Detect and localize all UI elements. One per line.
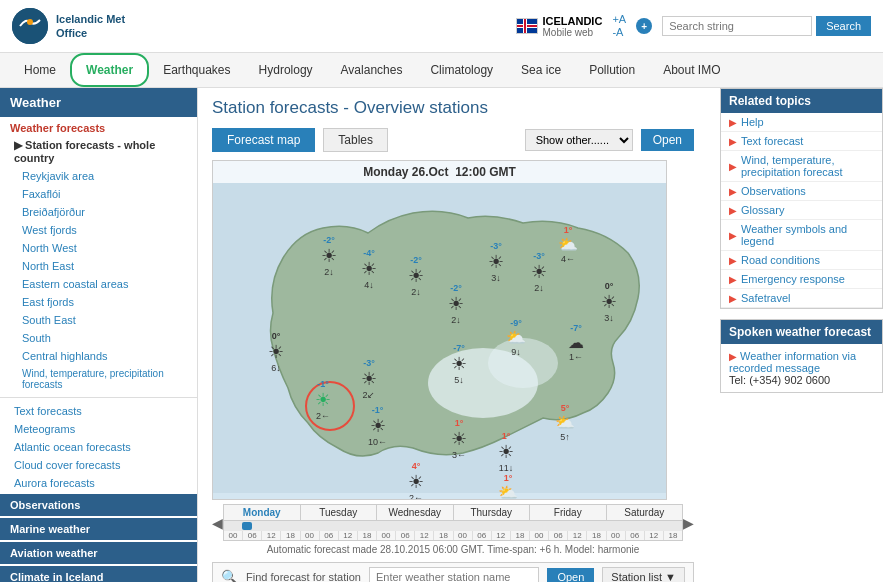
timeline-indicator — [242, 522, 252, 530]
sidebar-group-climate[interactable]: Climate in Iceland — [0, 566, 197, 582]
timeline-day-tuesday[interactable]: Tuesday — [301, 505, 378, 520]
timeline-hours-row: 00 06 12 18 00 06 12 18 00 06 12 18 — [224, 531, 682, 540]
related-topic-road-conditions[interactable]: ▶ Road conditions — [721, 251, 882, 270]
arrow-icon: ▶ — [729, 351, 737, 362]
spoken-forecast-phone: Tel: (+354) 902 0600 — [729, 374, 830, 386]
main-and-right: Station forecasts - Overview stations Fo… — [198, 88, 883, 582]
nav-sea-ice[interactable]: Sea ice — [507, 53, 575, 87]
nav-hydrology[interactable]: Hydrology — [245, 53, 327, 87]
timeline-days-row: Monday Tuesday Wednesday Thursday Friday… — [224, 505, 682, 521]
nav-earthquakes[interactable]: Earthquakes — [149, 53, 244, 87]
nav-pollution[interactable]: Pollution — [575, 53, 649, 87]
sidebar-item-south[interactable]: South — [0, 329, 197, 347]
font-size-controls[interactable]: +A -A — [612, 13, 626, 39]
sidebar-group-observations[interactable]: Observations — [0, 494, 197, 516]
map-title: Monday 26.Oct 12:00 GMT — [213, 161, 666, 183]
sidebar-item-eastern-coastal[interactable]: Eastern coastal areas — [0, 275, 197, 293]
ws-se-far: 1° ⛅ 3← — [498, 473, 518, 500]
sidebar-group-marine[interactable]: Marine weather — [0, 518, 197, 540]
sidebar: Weather Weather forecasts ▶ Station fore… — [0, 88, 198, 582]
sidebar-item-text-forecasts[interactable]: Text forecasts — [0, 402, 197, 420]
related-topic-weather-symbols[interactable]: ▶ Weather symbols and legend — [721, 220, 882, 251]
nav-home[interactable]: Home — [10, 53, 70, 87]
ws-se-cloud2: -7° ☁ 1← — [568, 323, 584, 362]
station-list-button[interactable]: Station list ▼ — [602, 567, 685, 582]
sidebar-item-east-fjords[interactable]: East fjords — [0, 293, 197, 311]
sidebar-item-atlantic[interactable]: Atlantic ocean forecasts — [0, 438, 197, 456]
ws-s2: 1° ☀ 3← — [451, 418, 467, 460]
arrow-icon: ▶ — [729, 205, 737, 216]
tab-tables[interactable]: Tables — [323, 128, 388, 152]
nav-avalanches[interactable]: Avalanches — [327, 53, 417, 87]
arrow-icon: ▶ — [729, 117, 737, 128]
spoken-forecast-content[interactable]: ▶ Weather information via recorded messa… — [721, 344, 882, 392]
ws-sw-south: 4° ☀ 2← — [408, 461, 424, 500]
station-bar: 🔍 Find forecast for station Open Station… — [212, 562, 694, 582]
search-button[interactable]: Search — [816, 16, 871, 36]
sidebar-item-aurora[interactable]: Aurora forecasts — [0, 474, 197, 492]
nav-about-imo[interactable]: About IMO — [649, 53, 734, 87]
ws-nw1: -2° ☀ 2↓ — [321, 235, 337, 277]
lang-area[interactable]: ICELANDIC Mobile web — [516, 15, 602, 38]
sidebar-item-reykjavik[interactable]: Reykjavik area — [0, 167, 197, 185]
sidebar-item-north-east[interactable]: North East — [0, 257, 197, 275]
nav-bar: Home Weather Earthquakes Hydrology Avala… — [0, 53, 883, 88]
timeline-progress[interactable] — [224, 521, 682, 531]
station-open-button[interactable]: Open — [547, 568, 594, 582]
nav-climatology[interactable]: Climatology — [416, 53, 507, 87]
font-decrease[interactable]: -A — [612, 26, 626, 39]
sidebar-divider-1 — [0, 397, 197, 398]
search-area: Search — [662, 16, 871, 36]
arrow-icon: ▶ — [729, 136, 737, 147]
related-topics-header: Related topics — [721, 89, 882, 113]
sidebar-item-wind-temp[interactable]: Wind, temperature, precipitation forecas… — [0, 365, 197, 393]
sidebar-item-meteograms[interactable]: Meteograms — [0, 420, 197, 438]
ws-se-coast: 5° ⛅ 5↑ — [555, 403, 575, 442]
station-name-input[interactable] — [369, 567, 539, 582]
timeline-day-thursday[interactable]: Thursday — [454, 505, 531, 520]
timeline-day-friday[interactable]: Friday — [530, 505, 607, 520]
timeline-day-monday[interactable]: Monday — [224, 505, 301, 520]
related-topic-safetravel[interactable]: ▶ Safetravel — [721, 289, 882, 308]
sidebar-group-aviation[interactable]: Aviation weather — [0, 542, 197, 564]
map-svg: -2° ☀ 2↓ -4° ☀ 4↓ -2° ☀ 2↓ — [213, 183, 666, 493]
ws-int1: -2° ☀ 2↓ — [448, 283, 464, 325]
show-other-select[interactable]: Show other...... — [525, 129, 633, 151]
sidebar-item-north-west[interactable]: North West — [0, 239, 197, 257]
sidebar-item-faxafloi[interactable]: Faxaflói — [0, 185, 197, 203]
sidebar-item-station-forecasts[interactable]: ▶ Station forecasts - whole country — [0, 136, 197, 167]
related-topic-observations[interactable]: ▶ Observations — [721, 182, 882, 201]
related-topic-emergency[interactable]: ▶ Emergency response — [721, 270, 882, 289]
nav-weather[interactable]: Weather — [70, 53, 149, 87]
related-topic-help[interactable]: ▶ Help — [721, 113, 882, 132]
ws-ne1: 1° ⛅ 4← — [558, 225, 578, 264]
ws-s3: 1° ☀ 11↓ — [498, 431, 514, 473]
header-right: ICELANDIC Mobile web +A -A + Search — [516, 13, 871, 39]
timeline-prev[interactable]: ◀ — [212, 515, 223, 531]
tab-forecast-map[interactable]: Forecast map — [212, 128, 315, 152]
sidebar-item-central-highlands[interactable]: Central highlands — [0, 347, 197, 365]
search-input[interactable] — [662, 16, 812, 36]
arrow-icon: ▶ — [729, 255, 737, 266]
svg-point-1 — [27, 19, 33, 25]
open-button[interactable]: Open — [641, 129, 694, 151]
sidebar-item-breidafjordur[interactable]: Breiðafjörður — [0, 203, 197, 221]
ws-e1: 0° ☀ 3↓ — [601, 281, 617, 323]
sidebar-item-south-east[interactable]: South East — [0, 311, 197, 329]
info-icon[interactable]: + — [636, 18, 652, 34]
timeline-day-saturday[interactable]: Saturday — [607, 505, 683, 520]
header: Icelandic Met Office ICELANDIC Mobile we… — [0, 0, 883, 53]
iceland-flag — [516, 18, 538, 34]
ws-w1: 0° ☀ 6↓ — [268, 331, 284, 373]
related-topic-glossary[interactable]: ▶ Glossary — [721, 201, 882, 220]
related-topic-text-forecast[interactable]: ▶ Text forecast — [721, 132, 882, 151]
sidebar-item-west-fjords[interactable]: West fjords — [0, 221, 197, 239]
sidebar-item-cloud-cover[interactable]: Cloud cover forecasts — [0, 456, 197, 474]
timeline-next[interactable]: ▶ — [683, 515, 694, 531]
related-topic-wind-temp[interactable]: ▶ Wind, temperature, precipitation forec… — [721, 151, 882, 182]
timeline-day-wednesday[interactable]: Wednesday — [377, 505, 454, 520]
spoken-forecast-box: Spoken weather forecast ▶ Weather inform… — [720, 319, 883, 393]
font-increase[interactable]: +A — [612, 13, 626, 26]
timeline: Monday Tuesday Wednesday Thursday Friday… — [223, 504, 683, 541]
arrow-icon: ▶ — [729, 186, 737, 197]
